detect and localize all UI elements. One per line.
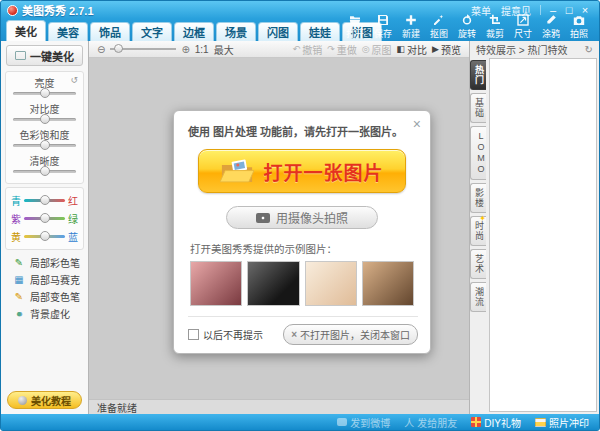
effect-tab-hot[interactable]: 热门	[470, 60, 486, 90]
crop-button[interactable]: 裁剪	[483, 14, 507, 40]
sparkle-icon: ✦	[479, 214, 487, 223]
effect-tab-trend[interactable]: 潮流	[470, 282, 486, 312]
tab-scene[interactable]: 场景	[216, 22, 256, 41]
effect-tab-art[interactable]: 艺术	[470, 249, 486, 279]
slider-label-sharpness: 清晰度	[11, 153, 78, 166]
undo-button[interactable]: ↶ 撤销	[293, 42, 323, 57]
sample-photo-woman-1[interactable]	[190, 261, 242, 306]
purple-green-slider[interactable]	[24, 213, 65, 224]
redo-button[interactable]: ↷ 重做	[327, 42, 357, 57]
color-balance-box: 青 红 紫 绿 黄 蓝	[5, 187, 84, 250]
dismiss-dialog-button[interactable]: × 不打开图片，关闭本窗口	[283, 324, 418, 345]
dialog-message: 使用 图片处理 功能前，请先打开一张图片。	[174, 111, 430, 141]
label-red: 红	[68, 193, 78, 208]
take-photo-button[interactable]: 拍照	[567, 14, 591, 40]
open-image-button[interactable]: 打开一张图片	[198, 149, 406, 193]
zoom-slider-thumb[interactable]	[114, 44, 123, 53]
sample-photo-baby[interactable]	[305, 261, 357, 306]
one-key-beautify-button[interactable]: 一键美化	[6, 45, 83, 66]
status-text: 准备就绪	[97, 400, 137, 415]
webcam-capture-button[interactable]: 用摄像头拍照	[226, 206, 378, 229]
new-button[interactable]: 新建	[399, 14, 423, 40]
zoom-slider[interactable]	[110, 44, 176, 54]
crop-icon	[489, 14, 501, 26]
open-image-dialog: × 使用 图片处理 功能前，请先打开一张图片。 打开一张图片	[173, 110, 431, 354]
tab-beautify[interactable]: 美化	[6, 20, 46, 41]
open-folder-large-icon	[220, 158, 254, 185]
beautify-tutorial-button[interactable]: 美化教程	[7, 391, 82, 409]
reset-icon[interactable]: ↺	[70, 75, 78, 85]
dialog-close-icon[interactable]: ×	[413, 117, 421, 131]
effects-breadcrumb: 特效展示 > 热门特效	[476, 42, 567, 57]
sample-photo-woman-2[interactable]	[362, 261, 414, 306]
slider-thumb[interactable]	[40, 195, 50, 205]
photo-print-button[interactable]: 照片冲印	[535, 415, 589, 430]
image-canvas: × 使用 图片处理 功能前，请先打开一张图片。 打开一张图片	[89, 58, 469, 399]
zoom-ratio-button[interactable]: 1:1	[195, 44, 209, 55]
zoom-out-icon[interactable]: ⊖	[97, 44, 105, 55]
saturation-slider[interactable]	[13, 140, 76, 151]
canvas-toolbar: ⊖ ⊕ 1:1 最大 ↶ 撤销 ↷ 重做 ◎ 原图 ◧ 对比	[89, 41, 469, 58]
save-button[interactable]: 保存	[371, 14, 395, 40]
sample-photo-man[interactable]	[247, 261, 299, 306]
main-toolbar: 打开 保存 新建 抠图 旋转 裁剪 尺寸 涂鸦 拍照	[343, 14, 591, 40]
main-area: 一键美化 亮度 ↺ 对比度 色彩饱和度 清晰度 青 红	[1, 41, 599, 414]
open-folder-icon	[349, 14, 361, 26]
diy-gift-button[interactable]: DIY礼物	[471, 415, 521, 430]
brightness-slider[interactable]	[13, 88, 76, 99]
tab-frame[interactable]: 边框	[174, 22, 214, 41]
original-icon: ◎	[362, 44, 370, 54]
effects-panel: 特效展示 > 热门特效 ↻ 热门 基础 LOMO 影楼 时尚✦ 艺术 潮流	[469, 41, 599, 414]
send-to-friend-button[interactable]: 人 发给朋友	[404, 415, 457, 430]
tab-flash[interactable]: 闪图	[258, 22, 298, 41]
slider-thumb[interactable]	[40, 114, 50, 124]
compare-button[interactable]: ◧ 对比	[397, 42, 428, 57]
refresh-gear-icon[interactable]: ↻	[585, 44, 593, 55]
basic-sliders-box: 亮度 ↺ 对比度 色彩饱和度 清晰度	[5, 71, 84, 184]
tab-cosmetic[interactable]: 美容	[48, 22, 88, 41]
left-adjust-panel: 一键美化 亮度 ↺ 对比度 色彩饱和度 清晰度 青 红	[1, 41, 89, 414]
tool-background-blur[interactable]: ● 背景虚化	[1, 305, 88, 322]
label-cyan: 青	[11, 193, 21, 208]
slider-thumb[interactable]	[40, 213, 50, 223]
sharpness-slider[interactable]	[13, 166, 76, 177]
contrast-slider[interactable]	[13, 114, 76, 125]
open-button[interactable]: 打开	[343, 14, 367, 40]
dont-remind-label: 以后不再提示	[203, 327, 263, 342]
rotate-icon	[461, 14, 473, 26]
tool-local-recolor-pen[interactable]: ✎ 局部变色笔	[1, 288, 88, 305]
effect-tab-fashion[interactable]: 时尚✦	[470, 216, 486, 246]
resize-button[interactable]: 尺寸	[511, 14, 535, 40]
slider-thumb[interactable]	[40, 166, 50, 176]
tool-local-mosaic[interactable]: ▦ 局部马赛克	[1, 271, 88, 288]
tab-doll[interactable]: 娃娃	[300, 22, 340, 41]
slider-thumb[interactable]	[40, 231, 50, 241]
rotate-button[interactable]: 旋转	[455, 14, 479, 40]
bottom-share-bar: 发到微博 人 发给朋友 DIY礼物 照片冲印	[1, 414, 599, 430]
tool-local-color-pen[interactable]: ✎ 局部彩色笔	[1, 254, 88, 271]
tutorial-icon	[18, 396, 27, 405]
app-logo-icon	[7, 5, 18, 16]
cutout-button[interactable]: 抠图	[427, 14, 451, 40]
printer-icon	[535, 418, 546, 427]
original-image-button[interactable]: ◎ 原图	[362, 42, 392, 57]
effect-tab-basic[interactable]: 基础	[470, 93, 486, 123]
effect-tab-studio[interactable]: 影楼	[470, 183, 486, 213]
status-bar: 准备就绪	[89, 399, 469, 414]
yellow-blue-slider[interactable]	[24, 231, 65, 242]
doodle-button[interactable]: 涂鸦	[539, 14, 563, 40]
cyan-red-slider[interactable]	[24, 195, 65, 206]
slider-thumb[interactable]	[40, 88, 50, 98]
zoom-fit-button[interactable]: 最大	[214, 42, 234, 57]
zoom-in-icon[interactable]: ⊕	[181, 44, 189, 55]
share-weibo-button[interactable]: 发到微博	[337, 415, 390, 430]
slider-thumb[interactable]	[40, 140, 50, 150]
undo-icon: ↶	[293, 44, 301, 54]
preview-button[interactable]: ▶ 预览	[432, 42, 461, 57]
open-image-label: 打开一张图片	[263, 158, 383, 185]
tab-text[interactable]: 文字	[132, 22, 172, 41]
slider-label-saturation: 色彩饱和度	[11, 127, 78, 140]
effect-tab-lomo[interactable]: LOMO	[470, 126, 486, 180]
tab-accessory[interactable]: 饰品	[90, 22, 130, 41]
dont-remind-checkbox[interactable]	[188, 329, 199, 340]
